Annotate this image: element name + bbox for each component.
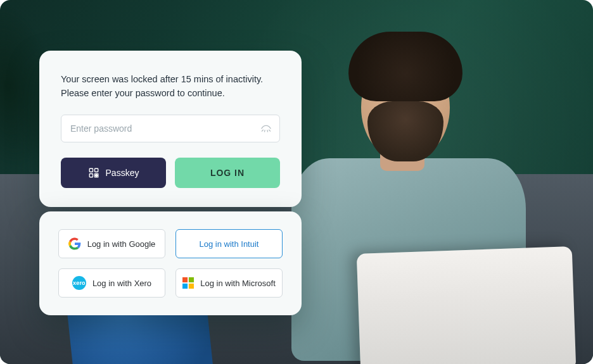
google-icon bbox=[68, 237, 81, 250]
qr-icon bbox=[88, 167, 99, 179]
lock-message-line2: Please enter your password to continue. bbox=[61, 88, 225, 98]
sso-grid: Log in with Google Log in with Intuit xe… bbox=[58, 229, 283, 298]
svg-rect-5 bbox=[96, 173, 98, 175]
svg-rect-0 bbox=[89, 168, 92, 172]
passkey-button-label: Passkey bbox=[106, 168, 139, 178]
lock-message: Your screen was locked after 15 mins of … bbox=[61, 72, 280, 101]
passkey-button[interactable]: Passkey bbox=[61, 158, 166, 188]
xero-icon: xero bbox=[72, 276, 86, 290]
password-input[interactable] bbox=[61, 115, 280, 142]
lock-panel: Your screen was locked after 15 mins of … bbox=[39, 51, 302, 207]
sso-google-label: Log in with Google bbox=[87, 239, 156, 249]
svg-rect-6 bbox=[94, 175, 96, 177]
svg-rect-10 bbox=[189, 284, 194, 289]
sso-microsoft-label: Log in with Microsoft bbox=[200, 279, 276, 288]
lock-message-line1: Your screen was locked after 15 mins of … bbox=[61, 74, 263, 84]
svg-rect-4 bbox=[96, 175, 98, 177]
svg-rect-1 bbox=[94, 168, 98, 172]
password-field-wrap bbox=[61, 115, 280, 142]
eye-off-icon bbox=[260, 122, 272, 135]
sso-microsoft-button[interactable]: Log in with Microsoft bbox=[175, 268, 283, 298]
login-button[interactable]: LOG IN bbox=[175, 158, 280, 188]
login-button-label: LOG IN bbox=[210, 168, 245, 178]
svg-rect-7 bbox=[182, 277, 188, 282]
toggle-password-visibility-button[interactable] bbox=[258, 121, 274, 136]
svg-rect-8 bbox=[189, 277, 194, 282]
sso-panel: Log in with Google Log in with Intuit xe… bbox=[39, 211, 302, 315]
microsoft-icon bbox=[182, 277, 194, 289]
sso-google-button[interactable]: Log in with Google bbox=[58, 229, 165, 258]
sso-intuit-button[interactable]: Log in with Intuit bbox=[175, 229, 283, 258]
svg-rect-3 bbox=[94, 173, 96, 175]
sso-xero-button[interactable]: xero Log in with Xero bbox=[58, 268, 165, 298]
app-stage: Your screen was locked after 15 mins of … bbox=[0, 0, 593, 364]
svg-rect-2 bbox=[89, 173, 92, 177]
sso-xero-label: Log in with Xero bbox=[92, 279, 151, 288]
sso-intuit-label: Log in with Intuit bbox=[200, 239, 259, 249]
primary-button-row: Passkey LOG IN bbox=[61, 158, 280, 188]
svg-rect-9 bbox=[182, 284, 188, 289]
